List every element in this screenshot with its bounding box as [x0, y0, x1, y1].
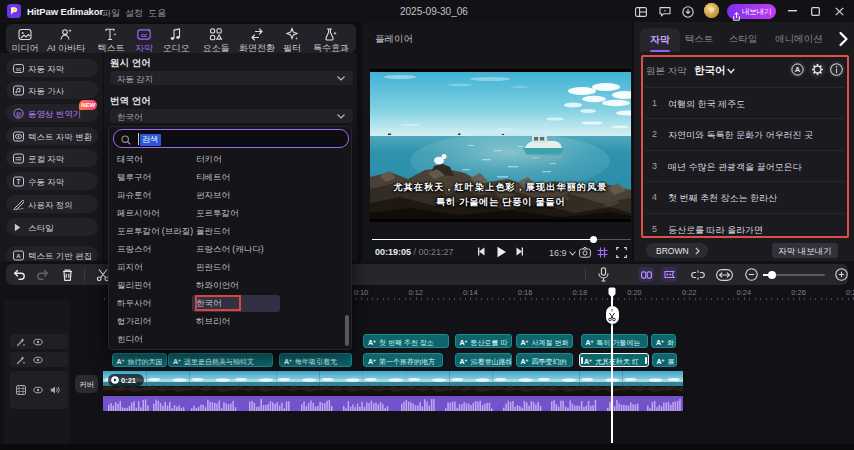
- svg-text:T: T: [17, 178, 21, 185]
- svg-text:A: A: [16, 253, 21, 259]
- svg-text:cc: cc: [16, 66, 22, 71]
- svg-text:cc: cc: [141, 32, 147, 38]
- svg-text:@: @: [15, 110, 21, 116]
- svg-text:A: A: [795, 65, 801, 74]
